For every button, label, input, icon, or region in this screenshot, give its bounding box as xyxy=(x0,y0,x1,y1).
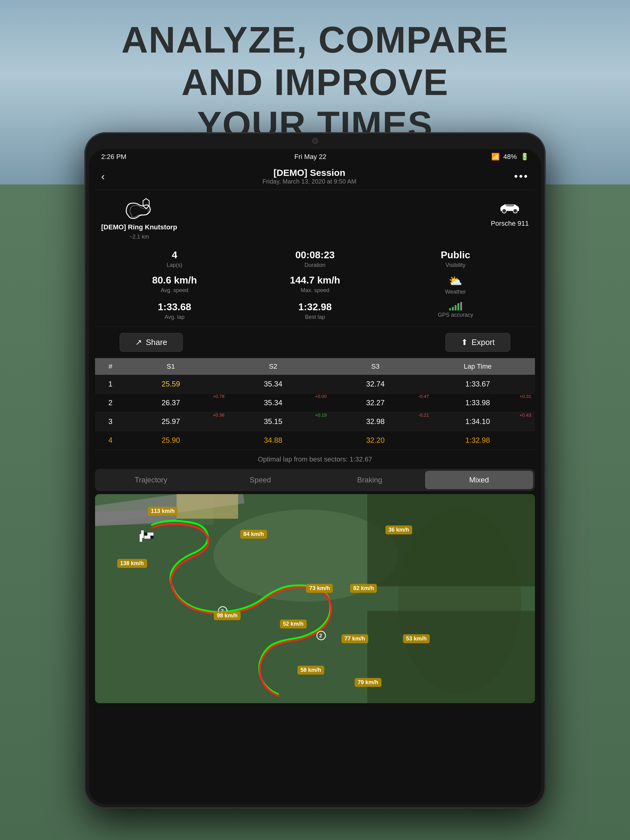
row1-num: 1 xyxy=(101,380,120,388)
battery-bar-icon: 🔋 xyxy=(521,153,529,161)
col-s3: S3 xyxy=(324,363,427,371)
nav-title: [DEMO] Session xyxy=(263,167,356,178)
more-button[interactable]: ••• xyxy=(514,171,529,182)
row1-s2: 35.34 xyxy=(222,380,324,388)
row3-s2: +0.19 35.15 xyxy=(222,417,324,426)
row2-num: 2 xyxy=(101,398,120,407)
row2-s3: -0.47 32.27 xyxy=(324,398,427,407)
status-time: 2:26 PM xyxy=(101,153,127,161)
speed-label-6: 82 km/h xyxy=(350,584,377,593)
row4-num: 4 xyxy=(101,436,120,445)
svg-point-1 xyxy=(513,209,518,213)
stat-gps: GPS accuracy xyxy=(388,301,522,321)
stat-avg-lap: 1:33.68 Avg. lap xyxy=(108,301,242,321)
stat-max-speed: 144.7 km/h Max. speed xyxy=(248,275,382,295)
speed-label-8: 52 km/h xyxy=(280,619,307,628)
speed-labels-overlay: 113 km/h 84 km/h 138 km/h 36 km/h 73 km/… xyxy=(95,494,535,703)
speed-label-12: 79 km/h xyxy=(355,678,381,687)
car-block: Porsche 911 xyxy=(491,196,529,227)
gps-bar-1 xyxy=(449,308,451,311)
hero-title: ANALYZE, COMPARE AND IMPROVE YOUR TIMES xyxy=(0,19,630,146)
car-name: Porsche 911 xyxy=(491,219,529,227)
gps-bar-5 xyxy=(460,302,462,311)
stat-best-lap: 1:32.98 Best lap xyxy=(248,301,382,321)
gps-bar-3 xyxy=(455,305,456,311)
stat-weather: ⛅ Weather xyxy=(388,275,522,295)
col-num: # xyxy=(101,363,120,371)
car-icon xyxy=(497,199,522,217)
table-row: 2 +0.78 26.37 +0.00 35.34 -0.47 32.27 +0… xyxy=(95,393,535,412)
row1-s3: 32.74 xyxy=(324,380,427,388)
col-laptime: Lap Time xyxy=(427,363,529,371)
speed-label-4: 36 km/h xyxy=(385,526,412,534)
export-button[interactable]: ⬆ Export xyxy=(445,333,510,352)
back-button[interactable]: ‹ xyxy=(101,171,104,182)
row3-laptime: +0.43 1:34.10 xyxy=(427,417,529,426)
session-info: [DEMO] Ring Knutstorp ~2.1 km Porsche 91… xyxy=(89,190,541,246)
table-row: 3 +0.38 25.97 +0.19 35.15 -0.21 32.98 +0… xyxy=(95,412,535,431)
svg-point-0 xyxy=(502,209,507,213)
nav-bar: ‹ [DEMO] Session Friday, March 13, 2020 … xyxy=(89,164,541,190)
table-row-best: 4 25.90 34.88 32.20 1:32.98 xyxy=(95,431,535,450)
row3-s3: -0.21 32.98 xyxy=(324,417,427,426)
row4-s3: 32.20 xyxy=(324,436,427,445)
stat-visibility: Public Visibility xyxy=(388,249,522,268)
optimal-lap: Optimal lap from best sectors: 1:32.67 xyxy=(89,450,541,469)
track-name: [DEMO] Ring Knutstorp xyxy=(101,223,177,231)
row2-s3-delta: -0.47 xyxy=(418,393,429,399)
track-logo xyxy=(122,196,156,221)
speed-label-3: 138 km/h xyxy=(117,559,147,568)
row3-s1-delta: +0.38 xyxy=(213,412,225,418)
lap-table: # S1 S2 S3 Lap Time 1 25.59 35.34 32.74 … xyxy=(95,358,535,450)
stat-duration: 00:08:23 Duration xyxy=(248,249,382,268)
row2-laptime: +0.31 1:33.98 xyxy=(427,398,529,407)
col-s2: S2 xyxy=(222,363,324,371)
track-distance: ~2.1 km xyxy=(129,234,149,240)
tab-speed[interactable]: Speed xyxy=(206,471,315,489)
tab-braking[interactable]: Braking xyxy=(316,471,424,489)
row3-num: 3 xyxy=(101,417,120,426)
row2-s1-delta: +0.78 xyxy=(213,393,225,399)
share-icon: ↗ xyxy=(135,338,142,347)
row2-lap-delta: +0.31 xyxy=(519,393,531,399)
hero-line1: ANALYZE, COMPARE xyxy=(0,19,630,61)
speed-label-1: 113 km/h xyxy=(148,507,178,516)
action-buttons: ↗ Share ⬆ Export xyxy=(89,327,541,358)
gps-bar-4 xyxy=(457,303,459,311)
battery-icon: 48% xyxy=(503,153,517,161)
gps-bars xyxy=(449,301,462,311)
row3-s2-delta: +0.19 xyxy=(315,412,327,418)
wifi-icon: 📶 xyxy=(491,153,500,161)
tablet-frame: 2:26 PM Fri May 22 📶 48% 🔋 ‹ [DEMO] Sess… xyxy=(84,132,546,808)
stat-laps: 4 Lap(s) xyxy=(108,249,242,268)
camera-notch xyxy=(312,138,318,144)
status-right: 📶 48% 🔋 xyxy=(491,153,529,161)
share-button[interactable]: ↗ Share xyxy=(120,333,183,352)
row1-s1: 25.59 xyxy=(120,380,222,388)
gps-bar-2 xyxy=(452,307,454,311)
row4-s2: 34.88 xyxy=(222,436,324,445)
table-row: 1 25.59 35.34 32.74 1:33.67 xyxy=(95,375,535,393)
nav-subtitle: Friday, March 13, 2020 at 9:50 AM xyxy=(263,178,356,185)
speed-label-9: 77 km/h xyxy=(342,634,368,643)
speed-label-2: 84 km/h xyxy=(240,530,267,539)
status-bar: 2:26 PM Fri May 22 📶 48% 🔋 xyxy=(89,149,541,164)
analysis-tabs: Trajectory Speed Braking Mixed xyxy=(95,469,535,491)
row3-lap-delta: +0.43 xyxy=(519,412,531,418)
hero-line2: AND IMPROVE xyxy=(0,61,630,103)
table-header: # S1 S2 S3 Lap Time xyxy=(95,358,535,375)
stat-avg-speed: 80.6 km/h Avg. speed xyxy=(108,275,242,295)
speed-label-7: 98 km/h xyxy=(214,611,241,620)
row2-s2-delta: +0.00 xyxy=(315,393,327,399)
weather-icon: ⛅ xyxy=(448,275,462,287)
track-block: [DEMO] Ring Knutstorp ~2.1 km xyxy=(101,196,177,240)
speed-label-10: 53 km/h xyxy=(403,634,430,643)
row3-s1: +0.38 25.97 xyxy=(120,417,222,426)
tab-trajectory[interactable]: Trajectory xyxy=(97,471,205,489)
tab-mixed[interactable]: Mixed xyxy=(425,471,533,489)
status-date: Fri May 22 xyxy=(294,153,326,161)
row2-s1: +0.78 26.37 xyxy=(120,398,222,407)
row4-s1: 25.90 xyxy=(120,436,222,445)
row4-laptime: 1:32.98 xyxy=(427,436,529,445)
nav-title-block: [DEMO] Session Friday, March 13, 2020 at… xyxy=(263,167,356,185)
